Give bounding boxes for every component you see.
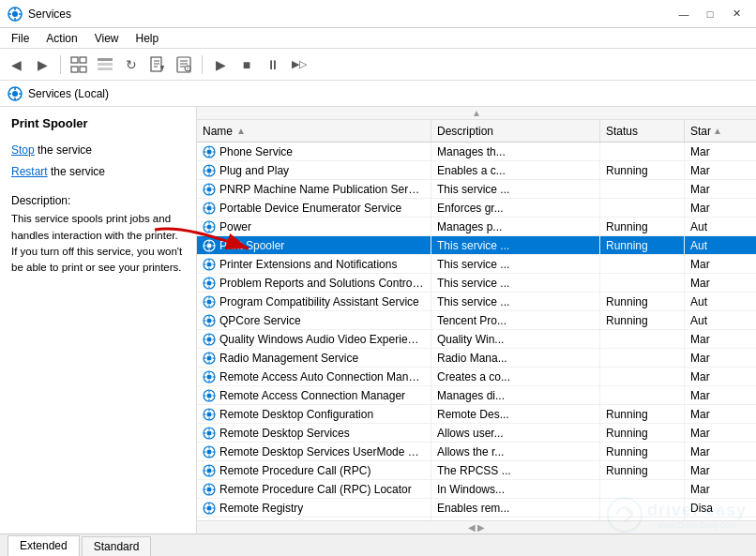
svg-rect-9: [80, 67, 86, 72]
service-startup-cell: Mar: [685, 161, 756, 179]
table-row[interactable]: Plug and PlayEnables a c...RunningMar: [197, 161, 756, 180]
refresh-button[interactable]: ↻: [119, 53, 144, 77]
table-header: Name ▲ Description Status Star ▲: [197, 120, 756, 143]
console-tree-button[interactable]: [67, 53, 91, 77]
pause-service-button[interactable]: ⏸: [261, 53, 285, 77]
service-icon: [203, 258, 216, 271]
service-status-cell: [600, 274, 685, 292]
close-button[interactable]: ✕: [724, 5, 748, 23]
sort-arrow: ▲: [236, 126, 246, 136]
resume-service-button[interactable]: ▶▷: [287, 53, 311, 77]
svg-point-50: [207, 205, 212, 210]
service-name-cell: Radio Management Service: [197, 349, 431, 367]
menu-item-help[interactable]: Help: [129, 30, 167, 47]
properties-button[interactable]: [172, 53, 196, 77]
table-row[interactable]: Remote RegistryEnables rem...Disa: [197, 499, 756, 518]
service-name: Remote Access Auto Connection Manager: [219, 370, 425, 383]
table-row[interactable]: Portable Device Enumerator ServiceEnforc…: [197, 199, 756, 218]
service-name: Remote Desktop Services: [219, 427, 350, 440]
table-row[interactable]: PNRP Machine Name Publication ServiceThi…: [197, 180, 756, 199]
service-status-cell: Running: [600, 461, 685, 479]
table-row[interactable]: Radio Management ServiceRadio Mana...Mar: [197, 349, 756, 368]
table-row[interactable]: Remote Procedure Call (RPC)The RPCSS ...…: [197, 461, 756, 480]
service-icon: [203, 502, 216, 515]
toolbar: ◀ ▶ ↻: [0, 49, 756, 81]
col-description[interactable]: Description: [431, 120, 600, 142]
tab-extended[interactable]: Extended: [8, 535, 80, 556]
service-name-cell: Remote Procedure Call (RPC): [197, 461, 431, 479]
back-button[interactable]: ◀: [4, 53, 28, 77]
service-name-cell: Print Spooler: [197, 236, 431, 254]
service-name: Program Compatibility Assistant Service: [219, 295, 419, 308]
minimize-button[interactable]: —: [672, 5, 696, 23]
horizontal-scroll[interactable]: ◀ ▶: [197, 520, 756, 533]
table-row[interactable]: Remote Desktop ServicesAllows user...Run…: [197, 424, 756, 443]
svg-point-44: [207, 187, 212, 191]
start-service-button[interactable]: ▶: [208, 53, 233, 77]
table-row[interactable]: Problem Reports and Solutions Control Pa…: [197, 274, 756, 293]
stop-service-link[interactable]: Stop: [11, 143, 35, 157]
table-row[interactable]: Remote Desktop Services UserMode Port Re…: [197, 443, 756, 461]
service-description-cell: Remote Des...: [431, 405, 600, 423]
service-name: Portable Device Enumerator Service: [219, 202, 401, 215]
service-name: Remote Procedure Call (RPC) Locator: [219, 483, 412, 496]
table-row[interactable]: Remote Desktop ConfigurationRemote Des..…: [197, 405, 756, 424]
table-row[interactable]: Remote Procedure Call (RPC) LocatorIn Wi…: [197, 480, 756, 499]
col-startup[interactable]: Star ▲: [685, 120, 756, 142]
restart-service-action: Restart the service: [11, 163, 185, 181]
service-description-cell: This service ...: [431, 180, 600, 198]
svg-point-134: [207, 468, 212, 473]
svg-point-92: [207, 337, 212, 341]
maximize-button[interactable]: □: [698, 5, 722, 23]
detail-view-button[interactable]: [93, 53, 117, 77]
svg-point-68: [207, 262, 212, 266]
service-startup-cell: Mar: [685, 443, 756, 460]
restart-service-link[interactable]: Restart: [11, 165, 48, 178]
menu-item-action[interactable]: Action: [38, 30, 84, 47]
table-row[interactable]: QPCore ServiceTencent Pro...RunningAut: [197, 311, 756, 330]
table-row[interactable]: Program Compatibility Assistant ServiceT…: [197, 293, 756, 311]
service-icon: [203, 239, 216, 252]
service-startup-cell: Mar: [685, 199, 756, 217]
table-row[interactable]: PowerManages p...RunningAut: [197, 218, 756, 236]
svg-point-32: [207, 149, 212, 154]
menu-item-view[interactable]: View: [87, 30, 127, 47]
content-area: Print Spooler Stop the service Restart t…: [0, 107, 756, 533]
service-icon: [203, 464, 216, 477]
service-icon: [203, 277, 216, 290]
service-icon: [203, 314, 216, 327]
service-name: PNRP Machine Name Publication Service: [219, 183, 425, 196]
service-description-cell: Manages p...: [431, 218, 600, 235]
service-name: Remote Access Connection Manager: [219, 389, 405, 402]
service-name-cell: Remote Access Auto Connection Manager: [197, 368, 431, 385]
col-name[interactable]: Name ▲: [197, 120, 431, 142]
svg-rect-12: [98, 68, 113, 70]
service-startup-cell: Mar: [685, 461, 756, 479]
service-description-cell: Radio Mana...: [431, 349, 600, 367]
service-description-cell: Manages th...: [431, 143, 600, 160]
service-status-cell: [600, 255, 685, 273]
svg-point-86: [207, 318, 212, 323]
table-row[interactable]: Print SpoolerThis service ...RunningAut: [197, 236, 756, 255]
service-status-cell: [600, 499, 685, 517]
table-row[interactable]: Phone ServiceManages th...Mar: [197, 143, 756, 161]
col-status[interactable]: Status: [600, 120, 685, 142]
service-status-cell: Running: [600, 161, 685, 179]
table-row[interactable]: Printer Extensions and NotificationsThis…: [197, 255, 756, 274]
tab-standard[interactable]: Standard: [82, 536, 152, 556]
title-bar: Services — □ ✕: [0, 0, 756, 28]
table-row[interactable]: Quality Windows Audio Video ExperienceQu…: [197, 330, 756, 349]
service-status-cell: Running: [600, 236, 685, 254]
service-name-cell: Remote Desktop Services: [197, 424, 431, 442]
menu-item-file[interactable]: File: [4, 30, 37, 47]
service-status-cell: [600, 386, 685, 404]
forward-button[interactable]: ▶: [30, 53, 54, 77]
service-icon: [203, 202, 216, 215]
service-name: Radio Management Service: [219, 352, 358, 365]
service-icon: [203, 352, 216, 365]
export-button[interactable]: [145, 53, 170, 77]
table-row[interactable]: Remote Access Auto Connection ManagerCre…: [197, 368, 756, 386]
service-name-cell: PNRP Machine Name Publication Service: [197, 180, 431, 198]
stop-service-button[interactable]: ■: [234, 53, 259, 77]
table-row[interactable]: Remote Access Connection ManagerManages …: [197, 386, 756, 405]
